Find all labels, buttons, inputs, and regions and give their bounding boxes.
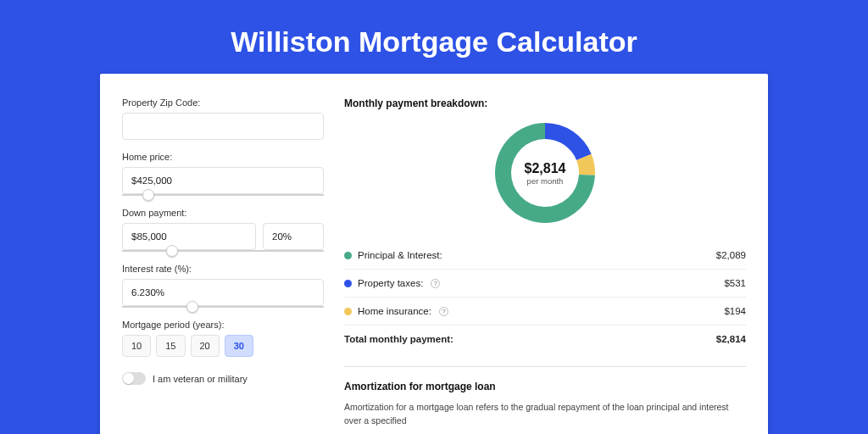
legend-list: Principal & Interest:$2,089Property taxe… [344,242,746,353]
donut-center: $2,814 per month [493,121,597,225]
breakdown-title: Monthly payment breakdown: [344,97,746,109]
total-label: Total monthly payment: [344,334,453,344]
payment-donut-chart: $2,814 per month [493,121,597,225]
total-amount: $2,814 [716,334,746,344]
legend-row: Property taxes:?$531 [344,269,746,297]
donut-amount: $2,814 [525,161,566,176]
calculator-card: Property Zip Code: Home price: Down paym… [100,74,768,434]
amortization-section: Amortization for mortgage loan Amortizat… [344,366,746,428]
period-button-row: 10152030 [122,335,324,357]
legend-amount: $194 [724,306,746,316]
form-column: Property Zip Code: Home price: Down paym… [122,97,324,428]
down-field-group: Down payment: [122,208,324,252]
home-price-slider[interactable] [122,194,324,196]
down-slider-thumb[interactable] [166,245,178,257]
zip-input[interactable] [122,113,324,140]
amortization-text: Amortization for a mortgage loan refers … [344,401,746,428]
home-price-slider-thumb[interactable] [142,189,154,201]
down-slider[interactable] [122,250,324,252]
zip-field-group: Property Zip Code: [122,97,324,140]
period-label: Mortgage period (years): [122,320,324,330]
period-button-15[interactable]: 15 [156,335,185,357]
rate-input[interactable] [122,279,324,306]
legend-amount: $531 [724,278,746,288]
info-icon[interactable]: ? [431,279,440,288]
down-label: Down payment: [122,208,324,218]
veteran-toggle[interactable] [122,372,146,385]
legend-label: Property taxes: [358,278,423,288]
legend-row: Home insurance:?$194 [344,297,746,325]
rate-slider-thumb[interactable] [186,301,198,313]
home-price-field-group: Home price: [122,152,324,196]
legend-dot [344,308,352,315]
down-pct-input[interactable] [263,223,324,250]
rate-label: Interest rate (%): [122,264,324,274]
donut-sub: per month [527,176,564,186]
legend-amount: $2,089 [716,250,746,260]
period-button-10[interactable]: 10 [122,335,151,357]
down-amount-input[interactable] [122,223,256,250]
amortization-title: Amortization for mortgage loan [344,381,746,392]
rate-slider[interactable] [122,306,324,308]
period-button-30[interactable]: 30 [225,335,253,357]
legend-dot [344,280,352,287]
veteran-row: I am veteran or military [122,372,324,385]
donut-wrap: $2,814 per month [344,121,746,225]
period-field-group: Mortgage period (years): 10152030 [122,320,324,357]
info-icon[interactable]: ? [439,307,448,316]
zip-label: Property Zip Code: [122,97,324,108]
page-title: Williston Mortgage Calculator [0,0,868,74]
breakdown-column: Monthly payment breakdown: $2,814 per mo… [344,97,746,428]
veteran-toggle-knob [123,373,134,384]
rate-field-group: Interest rate (%): [122,264,324,308]
home-price-label: Home price: [122,152,324,162]
legend-label: Home insurance: [358,306,431,316]
total-row: Total monthly payment:$2,814 [344,325,746,353]
period-button-20[interactable]: 20 [191,335,220,357]
legend-label: Principal & Interest: [358,250,442,260]
legend-dot [344,252,352,259]
veteran-label: I am veteran or military [153,374,248,384]
legend-row: Principal & Interest:$2,089 [344,242,746,269]
